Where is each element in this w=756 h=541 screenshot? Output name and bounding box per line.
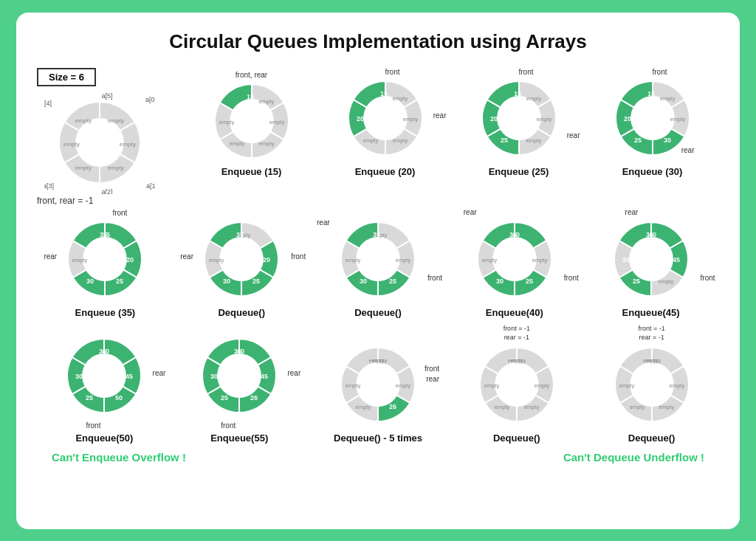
svg-point-90 (358, 365, 398, 404)
svg-text:a[3]: a[3] (44, 182, 54, 190)
svg-text:30: 30 (496, 278, 504, 285)
donut-dequeue5: empty empty 26 empty empty empty (337, 344, 419, 425)
svg-point-97 (497, 365, 537, 404)
svg-text:empty: empty (269, 119, 284, 125)
svg-text:empty: empty (669, 382, 684, 389)
diagram-dequeue2: empty empty 25 30 empty 35 rear front De… (337, 218, 419, 318)
rear-label-dequeue5: rear (426, 375, 439, 383)
front-label-enqueue45: front (701, 274, 715, 282)
caption-dequeue-empty1: Dequeue() (493, 433, 540, 444)
svg-text:empty: empty (258, 140, 274, 147)
svg-text:a[4]: a[4] (44, 100, 52, 107)
rear-label-enqueue55: rear (287, 369, 300, 377)
initial-donut: a[5] a[0] a[1] a[2] a[3] a[4] empty empt… (44, 91, 155, 194)
labels-dequeue-empty1: front = -1rear = -1 (504, 324, 530, 342)
diagram-dequeue-empty1: front = -1rear = -1 empty empty empty (476, 324, 557, 444)
svg-text:empty: empty (72, 257, 88, 263)
svg-text:empty: empty (659, 95, 675, 102)
svg-text:empty: empty (526, 95, 541, 102)
svg-text:35: 35 (234, 348, 241, 355)
bottom-bar: Can't Enqueue Overflow ! Can't Dequeue U… (37, 451, 719, 464)
caption-enqueue25: Enqueue (25) (489, 166, 549, 177)
svg-text:empty: empty (495, 404, 510, 410)
donut-enqueue20: empty empty empty empty 20 15 (345, 77, 426, 159)
svg-text:30: 30 (663, 137, 670, 144)
svg-point-41 (85, 239, 125, 279)
svg-point-55 (358, 239, 398, 279)
diagram-dequeue5: empty empty 26 empty empty empty front r… (334, 344, 422, 444)
caption-dequeue2: Dequeue() (354, 307, 402, 318)
caption-dequeue1: Dequeue() (218, 307, 265, 318)
svg-text:empty: empty (482, 257, 498, 263)
svg-text:35: 35 (100, 231, 107, 238)
diagram-dequeue1: empty 20 25 30 empty 35 rear front Deque… (201, 218, 282, 318)
svg-text:25: 25 (526, 278, 533, 285)
svg-text:a[2]: a[2] (101, 188, 112, 194)
donut-dequeue1: empty 20 25 30 empty 35 (201, 218, 282, 300)
svg-text:35: 35 (373, 231, 380, 238)
rear-label-enqueue40: rear (464, 208, 477, 216)
svg-text:a[0]: a[0] (145, 96, 155, 103)
caption-enqueue55: Enqueue(55) (210, 433, 268, 444)
front-label-enqueue55: front (221, 421, 236, 430)
svg-text:empty: empty (75, 117, 92, 124)
donut-enqueue45: 40 45 empty 25 30 35 (611, 218, 692, 300)
svg-text:26: 26 (389, 403, 396, 410)
donut-enqueue25: empty empty empty 25 20 15 (478, 77, 560, 159)
rear-label-enqueue30: rear (681, 146, 695, 154)
rear-label-enqueue35: rear (44, 252, 57, 261)
caption-enqueue20: Enqueue (20) (355, 166, 416, 177)
svg-text:empty: empty (508, 357, 523, 364)
svg-text:empty: empty (526, 137, 541, 144)
caption-enqueue35: Enqueue (35) (75, 307, 136, 318)
svg-text:45: 45 (261, 373, 268, 380)
svg-point-34 (633, 98, 673, 138)
svg-text:empty: empty (484, 382, 500, 389)
svg-point-69 (631, 239, 671, 279)
svg-text:a[1]: a[1] (146, 182, 155, 190)
rear-label-enqueue20: rear (433, 111, 447, 120)
donut-dequeue-empty2: empty empty empty empty empty empty (611, 344, 693, 425)
svg-text:empty: empty (258, 98, 274, 105)
svg-text:25: 25 (633, 278, 640, 285)
donut-enqueue50: 40 45 50 25 30 35 (63, 335, 145, 416)
diagram-enqueue40: rear 40 empty 25 30 empty (474, 218, 555, 318)
svg-text:empty: empty (108, 165, 124, 171)
caption-enqueue40: Enqueue(40) (486, 307, 543, 318)
svg-text:empty: empty (346, 382, 361, 389)
svg-point-27 (499, 98, 539, 138)
underflow-text: Can't Dequeue Underflow ! (563, 451, 704, 464)
svg-text:45: 45 (126, 373, 133, 380)
svg-text:empty: empty (658, 278, 673, 285)
front-label-dequeue1: front (291, 252, 306, 261)
svg-text:25: 25 (252, 278, 260, 285)
page-title: Circular Queues Implementation using Arr… (37, 30, 719, 53)
svg-text:empty: empty (120, 141, 136, 148)
diagram-enqueue25: front empty empty em (478, 68, 560, 177)
svg-text:35: 35 (99, 348, 106, 355)
svg-text:15: 15 (647, 90, 654, 97)
svg-text:25: 25 (633, 137, 641, 144)
svg-text:empty: empty (229, 140, 244, 147)
diagram-enqueue45: rear 40 45 empty 25 30 (611, 218, 692, 318)
svg-text:25: 25 (86, 394, 93, 402)
svg-text:empty: empty (659, 404, 674, 410)
svg-text:empty: empty (535, 382, 550, 389)
svg-text:20: 20 (356, 115, 363, 123)
donut-dequeue2: empty empty 25 30 empty 35 (337, 218, 419, 300)
svg-point-83 (219, 356, 259, 396)
svg-text:35: 35 (236, 231, 244, 238)
svg-text:empty: empty (209, 257, 224, 263)
label-enqueue30-front: front (652, 68, 667, 76)
svg-text:empty: empty (536, 116, 551, 123)
label-enqueue15-front: front, rear (236, 71, 267, 79)
caption-dequeue-empty2: Dequeue() (628, 433, 676, 444)
svg-text:15: 15 (513, 90, 520, 97)
svg-text:26: 26 (250, 394, 258, 402)
svg-point-104 (632, 365, 672, 404)
svg-text:empty: empty (63, 141, 80, 148)
svg-point-20 (365, 98, 405, 138)
donut-enqueue35: 15 20 25 30 empty 35 (64, 218, 145, 300)
svg-text:empty: empty (670, 116, 685, 123)
donut-dequeue-empty1: empty empty empty empty empty empty (476, 344, 557, 425)
